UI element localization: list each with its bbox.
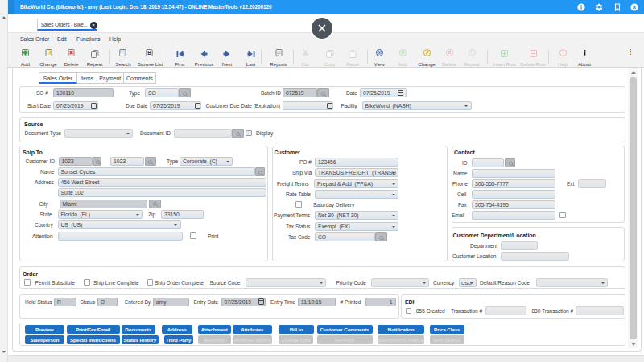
svg-text:B: B: [147, 50, 151, 56]
